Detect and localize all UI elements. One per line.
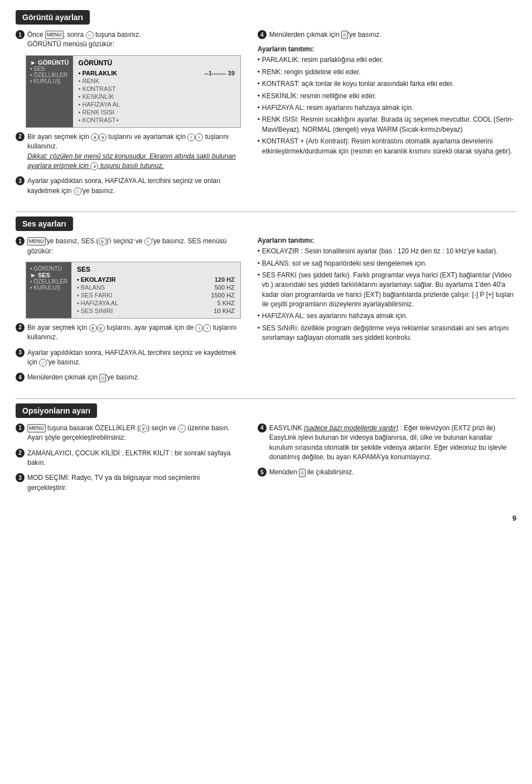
opsiyonlar-step-4: 4 EASYLINK (sadece bazı modellerde vardı…	[258, 424, 516, 463]
ses-step-1-text: MENU'ye basınız, SES (∨)'i seçiniz ve ○'…	[27, 237, 241, 256]
ses-step-2-text: Bir ayar seçmek için ∧∨ tuşlarını, ayar …	[27, 323, 241, 343]
menu-icon: MENU	[45, 31, 64, 39]
ses-sidebar-kurulus: • KURULUŞ	[30, 285, 67, 291]
sidebar-item-kurulus: • KURULUŞ	[30, 78, 69, 84]
opsiyonlar-step-2: 2 ZAMANLAYICI, ÇOCUK KİLİDİ , ELKTRK KİL…	[16, 449, 241, 468]
down4-icon: ∨	[97, 324, 105, 332]
ses-sidebar-goruntu: • GÖRÜNTÜ	[30, 266, 67, 272]
down-icon: ∨	[99, 133, 107, 141]
goruntu-menu-sidebar: ► GÖRÜNTÜ • SES • ÖZELLİKLER • KURULUŞ	[26, 56, 73, 127]
bullet-renk: RENK: rengin şiddetine etki eder.	[258, 68, 516, 77]
ok-icon: ○	[86, 31, 94, 39]
up-icon: ∧	[91, 133, 99, 141]
step-4-circle: 4	[258, 30, 267, 39]
goruntu-section: Görüntü ayarları 1 Önce MENU, sonra ○ tu…	[16, 10, 516, 201]
goruntu-step-4-text: Menülerden çıkmak için ⌂'ye basınız.	[269, 30, 381, 40]
goruntu-bullets: PARLAKLIK: resim parlaklığına etki eder.…	[258, 55, 516, 156]
goruntu-step-1-text: Önce MENU, sonra ○ tuşuna basınız.GÖRÜNT…	[27, 30, 141, 50]
goruntu-right-col: 4 Menülerden çıkmak için ⌂'ye basınız. A…	[252, 30, 516, 201]
ses-bullet-hafizaya: HAFIZAYA AL: ses ayarlarını hafızaya alm…	[258, 311, 516, 321]
ses-step-1-circle: 1	[16, 237, 25, 246]
goruntu-menu-main: GÖRÜNTÜ • PARLAKLIK--1------- 39 • RENK …	[73, 56, 240, 127]
step-2-circle: 2	[16, 132, 25, 141]
ses-menu-main-title: SES	[77, 266, 235, 273]
step-1-circle: 1	[16, 30, 25, 39]
ok2-icon: ○	[74, 187, 81, 195]
ses-left-col: 1 MENU'ye basınız, SES (∨)'i seçiniz ve …	[16, 237, 241, 388]
goruntu-ayarlar-title: Ayarların tanıtımı:	[258, 45, 516, 53]
down2-icon: ∨	[90, 162, 98, 170]
opsiyonlar-step-3-text: MOD SEÇİMİ: Radyo, TV ya da bilgisayar m…	[27, 473, 241, 493]
ok4-icon: ○	[39, 359, 47, 367]
bullet-kontrast-plus: KONTRAST + (Artı Kontrast): Resim kontra…	[258, 137, 516, 156]
menu2-icon: MENU	[27, 237, 46, 246]
ses-step-3-text: Ayarlar yapıldıktan sonra, HAFIZAYA AL t…	[27, 348, 241, 368]
right-icon: ›	[195, 133, 203, 141]
menu3-icon: MENU	[27, 424, 46, 432]
opsiyonlar-right-col: 4 EASYLINK (sadece bazı modellerde vardı…	[252, 424, 516, 498]
bullet-keskinlik: KESKİNLİK: resmin netliğine etki eder.	[258, 92, 516, 101]
ses-bullet-sinir: SES SıNıRı: özellikle program değiştirme…	[258, 324, 516, 343]
ses-section: Ses ayarları 1 MENU'ye basınız, SES (∨)'…	[16, 217, 516, 388]
home2-icon: ⌂	[99, 374, 105, 382]
menu-main-title: GÖRÜNTÜ	[79, 59, 235, 67]
ses-row-balans: • BALANS500 HZ	[77, 283, 235, 291]
goruntu-left-col: 1 Önce MENU, sonra ○ tuşuna basınız.GÖRÜ…	[16, 30, 241, 201]
goruntu-step-1: 1 Önce MENU, sonra ○ tuşuna basınız.GÖRÜ…	[16, 30, 241, 50]
menu-row-hafizaya: • HAFIZAYA AL	[79, 100, 235, 108]
ses-bullet-farki: SES FARKI (ses şiddeti farkı). Farklı pr…	[258, 271, 516, 310]
down3-icon: ∨	[99, 238, 107, 246]
goruntu-section-title: Görüntü ayarları	[16, 10, 90, 25]
down5-icon: ∨	[139, 425, 147, 432]
opsiyonlar-step-4-text: EASYLINK (sadece bazı modellerde vardır)…	[269, 424, 516, 463]
goruntu-step-2-text: Bir ayarı seçmek için ∧∨ tuşlarını ve ay…	[27, 132, 241, 171]
divider-1	[16, 211, 516, 212]
ses-menu-diagram: • GÖRÜNTÜ ► SES • ÖZELLİKLER • KURULUŞ S…	[26, 262, 241, 319]
ses-step-4: 4 Menülerden çıkmak için ⌂'ye basınız.	[16, 373, 241, 382]
menu-row-renk: • RENK	[79, 77, 235, 85]
goruntu-menu-diagram: ► GÖRÜNTÜ • SES • ÖZELLİKLER • KURULUŞ G…	[26, 55, 241, 128]
ses-sidebar-ozellikler: • ÖZELLİKLER	[30, 278, 67, 285]
opsiyonlar-step-1-circle: 1	[16, 424, 25, 432]
sidebar-item-ozellikler: • ÖZELLİKLER	[30, 72, 69, 78]
divider-2	[16, 398, 516, 399]
ses-ayarlar-title: Ayarların tanıtımı:	[258, 237, 516, 244]
goruntu-step-3-text: Ayarlar yapıldıktan sonra, HAFIZAYA AL t…	[27, 176, 241, 196]
right2-icon: ›	[203, 324, 211, 332]
ses-step-4-circle: 4	[16, 373, 25, 382]
sidebar-active-item: ► GÖRÜNTÜ	[30, 59, 69, 66]
ses-section-title: Ses ayarları	[16, 217, 73, 231]
opsiyonlar-step-1-text: MENU tuşuna basarak ÖZELLİKLER (∨) seçin…	[27, 424, 230, 443]
opsiyonlar-step-4-circle: 4	[258, 424, 267, 432]
ses-bullet-ekolayzir: EKOLAYZIR : Sesin tonalitesini ayarlar (…	[258, 247, 516, 256]
menu-row-kontrast-plus: • KONTRAST+	[79, 116, 235, 124]
ses-row-ses-farki: • SES FARKI1500 HZ	[77, 291, 235, 299]
ses-step-1: 1 MENU'ye basınız, SES (∨)'i seçiniz ve …	[16, 237, 241, 256]
goruntu-step-3: 3 Ayarlar yapıldıktan sonra, HAFIZAYA AL…	[16, 176, 241, 196]
left2-icon: ‹	[195, 324, 203, 332]
menu-row-parlaklik: • PARLAKLIK--1------- 39	[79, 69, 235, 77]
goruntu-step-4: 4 Menülerden çıkmak için ⌂'ye basınız.	[258, 30, 516, 40]
ok5-icon: ○	[178, 425, 186, 432]
left-icon: ‹	[187, 133, 195, 141]
ses-sidebar-active: ► SES	[30, 272, 67, 278]
menu-row-keskinlik: • KESKİNLİK	[79, 93, 235, 100]
ses-menu-main: SES • EKOLAYZIR120 HZ • BALANS500 HZ • S…	[71, 262, 240, 318]
ok3-icon: ○	[144, 238, 152, 246]
opsiyonlar-step-1: 1 MENU tuşuna basarak ÖZELLİKLER (∨) seç…	[16, 424, 241, 443]
home3-icon: ⌂	[299, 469, 305, 477]
bullet-kontrast: KONTRAST: açık tonlar ile koyu tonlar ar…	[258, 79, 516, 89]
menu-row-kontrast: • KONTRAST	[79, 85, 235, 93]
ses-row-sinir: • SES SINIRI10 KHZ	[77, 307, 235, 315]
opsiyonlar-section: Opsiyonların ayarı 1 MENU tuşuna basarak…	[16, 403, 516, 498]
ses-step-2-circle: 2	[16, 323, 25, 332]
ses-menu-sidebar: • GÖRÜNTÜ ► SES • ÖZELLİKLER • KURULUŞ	[26, 262, 71, 318]
step-3-circle: 3	[16, 176, 25, 185]
opsiyonlar-step-3-circle: 3	[16, 473, 25, 482]
opsiyonlar-step-5-text: Menüden ⌂ ile çıkabilirsiniz.	[269, 468, 354, 477]
up2-icon: ∧	[89, 324, 97, 332]
bullet-hafizaya: HAFIZAYA AL: resim ayarlarını hafızaya a…	[258, 103, 516, 113]
menu-row-renk-isisi: • RENK ISISI	[79, 108, 235, 116]
opsiyonlar-step-2-circle: 2	[16, 449, 25, 458]
ses-row-hafizaya: • HAFIZAYA AL5 KHZ	[77, 299, 235, 307]
